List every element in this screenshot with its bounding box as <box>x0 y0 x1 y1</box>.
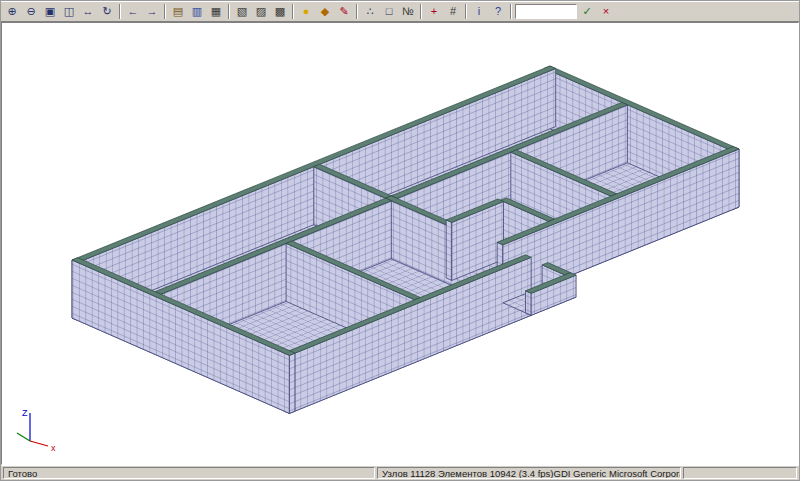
edit-mode-button[interactable]: ✎ <box>335 3 353 20</box>
toolbar-separator <box>119 4 121 19</box>
rotate-view-icon: ↻ <box>102 6 111 17</box>
view-previous-button[interactable]: ← <box>124 3 142 20</box>
fragment-button[interactable]: ▧ <box>233 3 251 20</box>
zoom-all-button[interactable]: ◫ <box>60 3 78 20</box>
model-info-button[interactable]: i <box>470 3 488 20</box>
grid-display-icon: # <box>450 6 456 17</box>
axes-display-icon: + <box>431 6 437 17</box>
zoom-in-button[interactable]: ⊕ <box>3 3 21 20</box>
apply-icon: ✓ <box>582 6 591 17</box>
select-nodes-button[interactable]: ∴ <box>361 3 379 20</box>
save-project-button[interactable]: ▥ <box>188 3 206 20</box>
light-source-button[interactable]: ● <box>297 3 315 20</box>
zoom-in-icon: ⊕ <box>7 6 16 17</box>
status-message: Готово <box>3 467 375 479</box>
open-project-button[interactable]: ▤ <box>169 3 187 20</box>
apply-button[interactable]: ✓ <box>578 3 596 20</box>
zoom-all-icon: ◫ <box>64 6 74 17</box>
view-next-icon: → <box>147 6 158 17</box>
view-previous-icon: ← <box>128 6 139 17</box>
model-scene: Zx <box>2 23 799 465</box>
section-icon: ▨ <box>256 6 266 17</box>
view-next-button[interactable]: → <box>143 3 161 20</box>
toolbar-separator <box>292 4 294 19</box>
select-elements-button[interactable]: □ <box>380 3 398 20</box>
rotate-view-button[interactable]: ↻ <box>98 3 116 20</box>
pan-view-button[interactable]: ↔ <box>79 3 97 20</box>
open-project-icon: ▤ <box>173 6 183 17</box>
toolbar-separator <box>465 4 467 19</box>
toolbar-separator <box>356 4 358 19</box>
zoom-window-icon: ▣ <box>45 6 55 17</box>
fragment-icon: ▧ <box>237 6 247 17</box>
print-icon: ▦ <box>211 6 221 17</box>
viewport-canvas[interactable]: Zx <box>1 22 799 465</box>
grid-display-button[interactable]: # <box>444 3 462 20</box>
materials-button[interactable]: ◆ <box>316 3 334 20</box>
pan-view-icon: ↔ <box>83 6 94 17</box>
select-nodes-icon: ∴ <box>367 6 374 17</box>
toolbar-separator <box>420 4 422 19</box>
app-window: ⊕⊖▣◫↔↻←→▤▥▦▧▨▩●◆✎∴□№+#i?✓× Zx ГотовоУзло… <box>0 0 800 481</box>
axes-display-button[interactable]: + <box>425 3 443 20</box>
status-bar: ГотовоУзлов 11128 Элементов 10942 (3.4 f… <box>1 465 799 480</box>
cancel-icon: × <box>603 6 609 17</box>
select-elements-icon: □ <box>386 6 393 17</box>
edit-mode-icon: ✎ <box>339 6 348 17</box>
cancel-button[interactable]: × <box>597 3 615 20</box>
zoom-out-icon: ⊖ <box>26 6 35 17</box>
materials-icon: ◆ <box>321 6 329 17</box>
status-cell-empty <box>683 467 797 479</box>
axis-z-label: Z <box>22 408 28 418</box>
zoom-window-button[interactable]: ▣ <box>41 3 59 20</box>
numbering-icon: № <box>402 6 414 17</box>
axis-x-label: x <box>51 443 56 453</box>
mesh-display-button[interactable]: ▩ <box>271 3 289 20</box>
numbering-button[interactable]: № <box>399 3 417 20</box>
status-model-stats: Узлов 11128 Элементов 10942 (3.4 fps)GDI… <box>377 467 681 479</box>
toolbar-input[interactable] <box>515 4 577 19</box>
zoom-out-button[interactable]: ⊖ <box>22 3 40 20</box>
toolbar-separator <box>510 4 512 19</box>
model-info-icon: i <box>478 6 480 17</box>
toolbar-separator <box>164 4 166 19</box>
light-source-icon: ● <box>303 6 310 17</box>
mesh-display-icon: ▩ <box>275 6 285 17</box>
toolbar: ⊕⊖▣◫↔↻←→▤▥▦▧▨▩●◆✎∴□№+#i?✓× <box>1 1 799 22</box>
coordinate-triad: Zx <box>17 408 56 453</box>
help-button[interactable]: ? <box>489 3 507 20</box>
toolbar-separator <box>228 4 230 19</box>
save-project-icon: ▥ <box>192 6 202 17</box>
section-button[interactable]: ▨ <box>252 3 270 20</box>
print-button[interactable]: ▦ <box>207 3 225 20</box>
help-icon: ? <box>495 6 501 17</box>
